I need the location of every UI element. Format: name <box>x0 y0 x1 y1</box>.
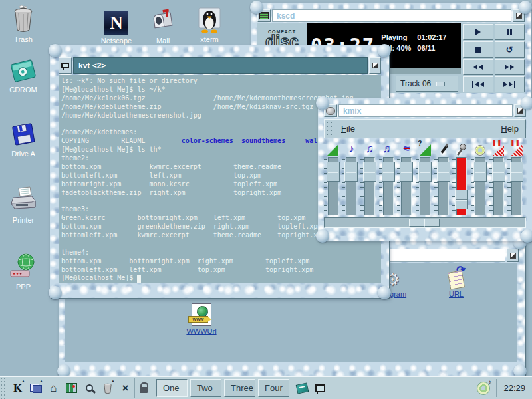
cd-slider-handle[interactable] <box>473 162 487 182</box>
window-corner[interactable] <box>316 229 329 243</box>
home-button[interactable]: ⌂ <box>45 378 63 398</box>
kmix-titlebar[interactable]: kmix <box>324 104 526 117</box>
line-in-slider-handle[interactable] <box>437 162 450 182</box>
unknown-channel-icon[interactable]: ? <box>416 140 434 156</box>
synth-slider[interactable] <box>379 157 398 215</box>
bass-slider-handle[interactable] <box>344 162 358 182</box>
synth-channel-icon[interactable]: ♬ <box>379 140 398 156</box>
record-right-slider[interactable] <box>507 157 526 215</box>
icon-label: Netscape <box>93 37 140 45</box>
play-button[interactable] <box>463 24 493 40</box>
line-in-slider[interactable] <box>434 157 453 215</box>
magnifier-icon <box>86 384 93 392</box>
desktop-button-two[interactable]: Two <box>190 379 221 397</box>
kvt-menu-button[interactable] <box>59 57 72 74</box>
mixer-hscrollbar[interactable] <box>324 217 526 228</box>
find-files-button[interactable] <box>80 378 98 398</box>
desktop-icon-trash[interactable]: Trash <box>0 7 47 43</box>
bass-channel-icon[interactable]: ♪ <box>342 140 361 156</box>
record-left-slider-handle[interactable] <box>492 162 505 182</box>
bass-slider[interactable] <box>342 157 361 215</box>
unknown-slider[interactable] <box>416 157 434 215</box>
microphone-slider[interactable] <box>452 157 471 215</box>
repeat-icon: ↺ <box>506 45 513 55</box>
panel-grip[interactable] <box>0 377 6 399</box>
window-corner[interactable] <box>378 286 391 299</box>
fast-forward-button[interactable] <box>495 59 525 75</box>
desktop-icon-cdrom[interactable]: CDROM <box>0 57 47 94</box>
window-corner[interactable] <box>378 44 391 57</box>
treble-slider-handle[interactable] <box>363 162 376 182</box>
menubar-grip[interactable] <box>325 120 332 137</box>
pcm-wave-slider[interactable] <box>398 157 416 215</box>
hscroll-handle[interactable] <box>409 219 440 227</box>
window-corner[interactable] <box>316 96 329 110</box>
lock-screen-button[interactable] <box>134 378 152 398</box>
window-corner[interactable] <box>519 1 532 14</box>
maximize-button[interactable] <box>507 249 519 262</box>
window-corner[interactable] <box>521 229 532 243</box>
applications-button[interactable] <box>63 378 80 398</box>
pcm-wave-slider-handle[interactable] <box>400 162 413 182</box>
window-corner[interactable] <box>49 286 62 299</box>
desktop-button-four[interactable]: Four <box>258 379 289 397</box>
terminal-icon <box>61 63 69 68</box>
next-track-button[interactable] <box>495 76 525 92</box>
stop-button[interactable] <box>463 41 493 57</box>
window-corner[interactable] <box>513 364 527 378</box>
play-icon <box>475 29 481 35</box>
desktop-icon-drive-a[interactable]: Drive A <box>0 121 47 158</box>
treble-slider[interactable] <box>360 157 379 215</box>
trash-button[interactable]: ▲ <box>98 378 116 398</box>
cd-player-tray-button[interactable] <box>474 378 492 398</box>
window-corner[interactable] <box>57 364 70 378</box>
cd-slider[interactable] <box>471 157 489 215</box>
previous-track-button[interactable] <box>463 76 493 92</box>
unknown-slider-handle[interactable] <box>418 162 432 182</box>
maximize-button[interactable] <box>369 57 381 74</box>
repeat-button[interactable]: ↺ <box>495 41 525 57</box>
desktop-icon-netscape[interactable]: N Netscape <box>93 8 140 45</box>
desktop-icon-ppp[interactable]: PPP <box>0 254 47 291</box>
terminal-task-button[interactable] <box>311 378 329 398</box>
menu-help[interactable]: Help <box>501 124 519 134</box>
ppp-globe-modem-icon <box>0 254 47 281</box>
desktop-icon-xterm[interactable]: xterm <box>186 7 233 43</box>
floppy-icon <box>0 121 47 148</box>
kfm-icon-url[interactable]: URL <box>435 265 477 298</box>
cd-channel-icon[interactable] <box>471 140 489 156</box>
volume-channel-icon[interactable] <box>324 140 342 156</box>
record-right-channel-icon[interactable]: ❚❚ <box>507 140 526 156</box>
synth-slider-handle[interactable] <box>382 162 395 182</box>
desktop-button-one[interactable]: One <box>156 379 188 397</box>
microphone-slider-handle[interactable] <box>455 190 468 209</box>
record-left-slider[interactable] <box>489 157 508 215</box>
desktop-icon-mail[interactable]: Mail <box>140 8 186 45</box>
lcd-track-count: 06/11 <box>417 43 446 53</box>
close-tool-button[interactable]: × <box>116 378 134 398</box>
desktop-button-three[interactable]: Three <box>224 379 255 397</box>
record-right-slider-handle[interactable] <box>510 162 523 182</box>
record-left-channel-icon[interactable]: ❚❚ <box>489 140 508 156</box>
treble-channel-icon[interactable]: ♫ <box>360 140 379 156</box>
application-task-button[interactable] <box>293 378 311 398</box>
window-corner[interactable] <box>521 96 532 110</box>
volume-slider-handle[interactable] <box>327 162 340 182</box>
window-corner[interactable] <box>250 1 263 14</box>
rewind-button[interactable] <box>463 59 493 75</box>
kfm-icon-wwwurl[interactable]: WWW WWWUrl <box>180 302 223 335</box>
window-list-button[interactable]: ▲ <box>27 378 45 398</box>
desktop-icon-printer[interactable]: Printer <box>0 188 47 224</box>
k-menu-button[interactable]: K▲ <box>9 378 27 398</box>
kscd-titlebar[interactable]: kscd <box>257 9 525 22</box>
line-in-channel-icon[interactable] <box>434 140 453 156</box>
window-corner[interactable] <box>49 44 62 57</box>
menu-file[interactable]: File <box>341 124 355 134</box>
kvt-titlebar[interactable]: kvt <2> <box>59 57 381 74</box>
microphone-channel-icon[interactable] <box>452 140 471 156</box>
pause-button[interactable] <box>495 24 525 40</box>
pcm-wave-channel-icon[interactable]: ≈ <box>398 140 416 156</box>
volume-slider[interactable] <box>324 157 342 215</box>
track-selector[interactable]: Track 06 <box>396 76 458 92</box>
desktop: { "desktop": { "bg_color": "#9db8c6", "l… <box>0 0 532 399</box>
